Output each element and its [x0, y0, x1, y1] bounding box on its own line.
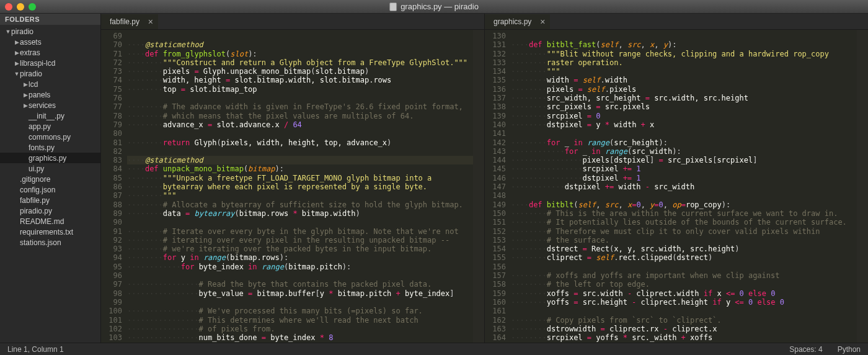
tree-label: libraspi-lcd	[20, 59, 55, 68]
tree-label: README.md	[20, 217, 64, 226]
tree-item[interactable]: fonts.py	[0, 142, 100, 153]
disclosure-arrow-icon: ▶	[22, 92, 29, 98]
tree-item[interactable]: config.json	[0, 184, 100, 195]
editor-pane-right: graphics.py × 13013113213313413513613713…	[484, 14, 868, 343]
tree-item[interactable]: .gitignore	[0, 174, 100, 184]
indentation-indicator[interactable]: Spaces: 4	[789, 345, 822, 354]
tree-item[interactable]: commons.py	[0, 132, 100, 142]
tree-label: commons.py	[29, 133, 71, 142]
editor-pane-left: fabfile.py × 697071727374757677787980818…	[100, 14, 484, 343]
editor-right[interactable]: 1301311321331341351361371381391401411421…	[485, 30, 868, 343]
disclosure-arrow-icon: ▶	[22, 81, 29, 88]
tree-label: graphics.py	[29, 154, 66, 163]
tree-label: panels	[29, 91, 50, 99]
window-title: graphics.py — piradio	[401, 2, 479, 11]
tree-item[interactable]: ▼piradio	[0, 26, 100, 37]
tree-label: piradio	[11, 27, 33, 36]
tree-item[interactable]: ▶assets	[0, 37, 100, 47]
tree-item[interactable]: ▶panels	[0, 89, 100, 100]
tree-label: piradio	[20, 70, 42, 78]
tree-item[interactable]: ▶libraspi-lcd	[0, 58, 100, 68]
disclosure-arrow-icon: ▶	[14, 39, 20, 45]
tree-label: stations.json	[20, 238, 61, 247]
tabbar-right: graphics.py ×	[485, 14, 868, 30]
disclosure-arrow-icon: ▶	[14, 60, 20, 66]
window-controls	[0, 3, 36, 11]
disclosure-arrow-icon: ▼	[5, 29, 11, 35]
tree-label: assets	[20, 38, 42, 47]
tree-item[interactable]: requirements.txt	[0, 227, 100, 237]
tree-label: app.py	[29, 122, 51, 131]
gutter-right: 1301311321331341351361371381391401411421…	[485, 30, 511, 343]
code-left[interactable]: ····@staticmethod····def from_glyphslot(…	[127, 30, 473, 343]
tree-item[interactable]: ui.py	[0, 163, 100, 174]
tree-label: ui.py	[29, 164, 44, 173]
tab-graphics[interactable]: graphics.py ×	[485, 14, 550, 29]
minimize-window-button[interactable]	[17, 3, 24, 11]
minimap-left[interactable]	[473, 30, 484, 343]
disclosure-arrow-icon: ▶	[14, 50, 20, 56]
tree-item[interactable]: __init__.py	[0, 110, 100, 121]
document-icon	[389, 2, 397, 11]
close-icon[interactable]: ×	[540, 17, 545, 27]
tree-label: fonts.py	[29, 143, 55, 152]
minimap-right[interactable]	[857, 30, 868, 343]
tree-item[interactable]: README.md	[0, 216, 100, 227]
tree-item[interactable]: ▶lcd	[0, 79, 100, 89]
status-bar: Line 1, Column 1 Spaces: 4 Python	[0, 343, 868, 355]
tree-item[interactable]: graphics.py	[0, 153, 100, 163]
close-window-button[interactable]	[5, 3, 12, 11]
window-title-wrap: graphics.py — piradio	[389, 2, 479, 11]
tree-label: .gitignore	[20, 175, 50, 184]
tree-label: config.json	[20, 186, 55, 194]
tree-label: __init__.py	[29, 112, 64, 120]
sidebar: FOLDERS ▼piradio▶assets▶extras▶libraspi-…	[0, 14, 100, 343]
gutter-left: 6970717273747576777879808182838485868788…	[101, 30, 127, 343]
tree-label: requirements.txt	[20, 228, 73, 236]
cursor-position[interactable]: Line 1, Column 1	[7, 345, 64, 354]
syntax-indicator[interactable]: Python	[838, 345, 861, 354]
code-right[interactable]: ····def bitblt_fast(self, src, x, y):···…	[511, 30, 857, 343]
disclosure-arrow-icon: ▼	[14, 71, 20, 77]
tree-item[interactable]: stations.json	[0, 237, 100, 248]
tree-label: piradio.py	[20, 207, 52, 215]
tabbar-left: fabfile.py ×	[101, 14, 484, 30]
folder-tree: ▼piradio▶assets▶extras▶libraspi-lcd▼pira…	[0, 25, 100, 249]
tree-item[interactable]: piradio.py	[0, 205, 100, 216]
editor-left[interactable]: 6970717273747576777879808182838485868788…	[101, 30, 484, 343]
tree-item[interactable]: ▶extras	[0, 47, 100, 58]
tab-fabfile[interactable]: fabfile.py ×	[101, 14, 158, 29]
tree-label: services	[29, 101, 56, 110]
tree-item[interactable]: app.py	[0, 121, 100, 132]
zoom-window-button[interactable]	[29, 3, 36, 11]
tree-item[interactable]: ▼piradio	[0, 68, 100, 79]
tree-item[interactable]: ▶services	[0, 100, 100, 110]
sidebar-header: FOLDERS	[0, 14, 100, 25]
tree-label: fabfile.py	[20, 196, 50, 205]
tree-label: lcd	[29, 80, 38, 89]
tree-item[interactable]: fabfile.py	[0, 195, 100, 205]
tree-label: extras	[20, 48, 40, 57]
disclosure-arrow-icon: ▶	[22, 102, 29, 109]
tab-label: fabfile.py	[110, 17, 140, 26]
titlebar: graphics.py — piradio	[0, 0, 868, 14]
tab-label: graphics.py	[494, 17, 531, 26]
close-icon[interactable]: ×	[148, 17, 153, 27]
